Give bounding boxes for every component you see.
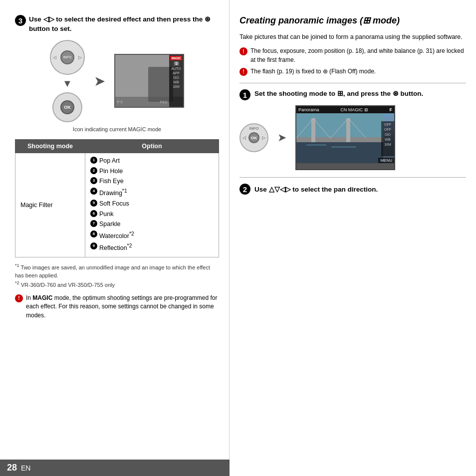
- magic-mode-note: ! In MAGIC mode, the optimum shooting se…: [15, 294, 219, 320]
- num-badge-7: 7: [90, 220, 97, 227]
- magic-auto: AUTO: [171, 67, 181, 70]
- icon-caption: Icon indicating current MAGIC mode: [15, 126, 219, 132]
- svg-rect-2: [296, 137, 383, 142]
- step3-text: Use ◁▷ to select the desired effect and …: [29, 15, 219, 34]
- note-text-2: The flash (p. 19) is fixed to ⊛ (Flash O…: [250, 67, 376, 76]
- svg-rect-4: [346, 118, 350, 142]
- camera-info-right: F3.0: [160, 100, 167, 104]
- note-text: In MAGIC mode, the optimum shooting sett…: [26, 294, 219, 320]
- dpad-controls: ◁ INFO ▷ ▼ OK: [50, 40, 85, 122]
- page-footer: 28 EN: [0, 460, 230, 476]
- section-title: Creating panoramic images (⊞ mode): [239, 15, 466, 26]
- num-badge-9: 9: [90, 242, 97, 249]
- small-dpad[interactable]: ◁ OK ▷ INFO: [239, 123, 268, 152]
- pano-icon-off2: OFF: [384, 128, 391, 131]
- option-6: 6 Punk: [90, 210, 214, 219]
- bridge-scene: OFF OFF ISO WB 16M MENU: [296, 113, 394, 163]
- col-header-option: Option: [85, 139, 219, 153]
- option-label-3: Fish Eye: [99, 177, 124, 186]
- footnote-2: *2 VR-360/D-760 and VR-350/D-755 only: [15, 280, 219, 289]
- svg-rect-1: [296, 141, 383, 163]
- option-label-8: Watercolor*2: [99, 230, 134, 241]
- small-ok: OK: [248, 132, 259, 143]
- notes-list: ! The focus, exposure, zoom position (p.…: [239, 47, 466, 76]
- right-arrow-label: ▷: [78, 55, 82, 60]
- option-8: 8 Watercolor*2: [90, 230, 214, 241]
- option-3: 3 Fish Eye: [90, 177, 214, 186]
- page-lang: EN: [21, 464, 30, 472]
- ok-button[interactable]: OK: [60, 100, 74, 114]
- divider-2: [239, 177, 466, 178]
- note-block-2: ! The flash (p. 19) is fixed to ⊛ (Flash…: [239, 67, 466, 76]
- table-row: Magic Filter 1 Pop Art 2 Pin Hole 3 Fish: [15, 153, 219, 257]
- option-4: 4 Drawing*1: [90, 187, 214, 198]
- step3-header: 3 Use ◁▷ to select the desired effect an…: [15, 15, 219, 34]
- page-number: 28: [7, 463, 17, 473]
- page-container: 3 Use ◁▷ to select the desired effect an…: [0, 0, 476, 476]
- magic-num-1: ①: [174, 61, 179, 66]
- dpad-center-label: INFO: [60, 50, 74, 64]
- step3-diagram: ◁ INFO ▷ ▼ OK ➤: [15, 40, 219, 122]
- option-label-6: Punk: [99, 210, 114, 219]
- footnote-1: *1 Two images are saved, an unmodified i…: [15, 262, 219, 280]
- magic-badge: MAGIC: [170, 56, 182, 60]
- num-badge-2: 2: [90, 167, 97, 174]
- option-9: 9 Reflection*2: [90, 242, 214, 253]
- pano-icon-16m: 16M: [384, 143, 391, 146]
- option-label-2: Pin Hole: [99, 167, 123, 176]
- bridge-svg: [296, 113, 383, 163]
- panorama-screen: Panorama CN MAGIC ⊞ F: [295, 105, 395, 170]
- note-icon-2: !: [239, 68, 247, 76]
- step1-diagram: ◁ OK ▷ INFO ➤ Panorama CN MAGIC ⊞ F: [239, 105, 466, 170]
- note-text-1: The focus, exposure, zoom position (p. 1…: [250, 47, 466, 64]
- note-icon: !: [15, 294, 23, 302]
- pano-side-icons: OFF OFF ISO WB 16M: [381, 121, 394, 156]
- note-block-1: ! The focus, exposure, zoom position (p.…: [239, 47, 466, 64]
- magic-overlay: MAGIC ① AUTO APP ISO WB 16M: [169, 55, 183, 107]
- pano-label: Panorama: [298, 107, 319, 112]
- option-5: 5 Soft Focus: [90, 199, 214, 209]
- num-badge-8: 8: [90, 231, 97, 238]
- option-label-5: Soft Focus: [99, 199, 129, 209]
- right-column: Creating panoramic images (⊞ mode) Take …: [230, 0, 476, 476]
- step1-number-right: 1: [239, 89, 250, 100]
- num-badge-5: 5: [90, 200, 97, 207]
- option-label-4: Drawing*1: [99, 187, 127, 198]
- num-badge-1: 1: [90, 157, 97, 164]
- magic-16m: 16M: [173, 85, 180, 88]
- down-arrow: ▼: [62, 78, 72, 89]
- step2-row: 2 Use △▽◁▷ to select the pan direction.: [239, 184, 466, 195]
- pano-icon-off1: OFF: [384, 123, 391, 126]
- col-header-mode: Shooting mode: [15, 139, 85, 153]
- pano-header: Panorama CN MAGIC ⊞ F: [296, 106, 394, 113]
- note-icon-1: !: [239, 47, 247, 55]
- num-badge-4: 4: [90, 188, 97, 195]
- step2-text: Use △▽◁▷ to select the pan direction.: [254, 185, 378, 193]
- step1-text-right: Set the shooting mode to ⊞, and press th…: [254, 89, 466, 99]
- magic-wb: WB: [173, 80, 179, 84]
- lr-dpad[interactable]: ◁ INFO ▷: [50, 40, 85, 75]
- left-arrow-label: ◁: [53, 55, 56, 60]
- camera-screen-left: MAGIC ① AUTO APP ISO WB 16M P 0 F3.0: [114, 54, 184, 108]
- svg-rect-3: [311, 118, 315, 142]
- camera-info-left: P 0: [117, 100, 122, 104]
- camera-bottom-bar: P 0 F3.0: [116, 100, 168, 104]
- arrow-right-2: ➤: [277, 131, 286, 144]
- pano-icon-wb: WB: [385, 138, 390, 141]
- ok-dpad[interactable]: OK: [52, 92, 82, 122]
- svg-rect-10: [331, 146, 356, 148]
- svg-rect-9: [306, 144, 326, 146]
- left-column: 3 Use ◁▷ to select the desired effect an…: [0, 0, 230, 476]
- intro-text: Take pictures that can be joined to form…: [239, 32, 466, 42]
- pano-menu: MENU: [378, 158, 394, 163]
- magic-iso: ISO: [173, 76, 179, 79]
- num-badge-3: 3: [90, 177, 97, 184]
- option-label-9: Reflection*2: [99, 242, 132, 253]
- mode-cell: Magic Filter: [15, 153, 85, 257]
- pano-f: F: [389, 107, 392, 112]
- options-table: Shooting mode Option Magic Filter 1 Pop …: [15, 139, 219, 257]
- pano-cn-magic: CN MAGIC ⊞: [340, 107, 368, 112]
- step2-number: 2: [239, 184, 250, 195]
- divider-1: [239, 83, 466, 83]
- option-7: 7 Sparkle: [90, 220, 214, 229]
